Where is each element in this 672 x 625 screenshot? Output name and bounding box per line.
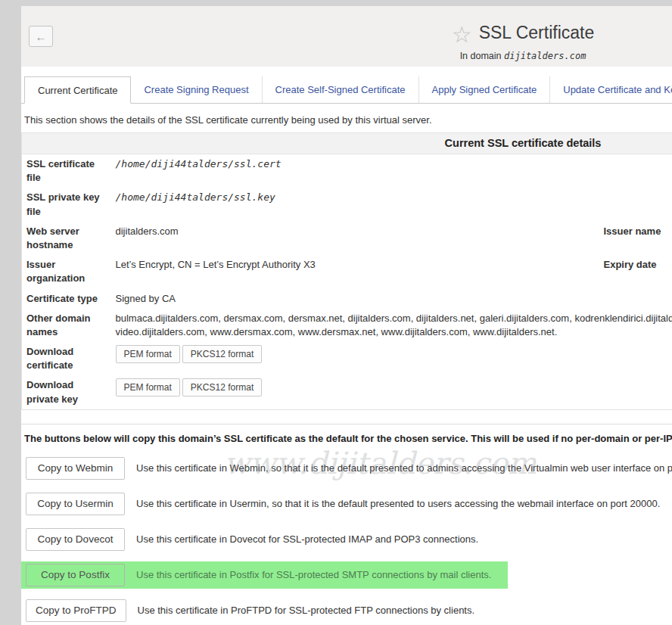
table-row: Issuer organization Let’s Encrypt, CN = … (22, 255, 672, 288)
tab-current-certificate[interactable]: Current Certificate (24, 76, 131, 104)
copy-service-list: www.dijitalders.com Copy to Webmin Use t… (21, 455, 672, 624)
service-row-proftpd: Copy to ProFTPD Use this certificate in … (21, 597, 672, 624)
row-label: Expiry date (599, 255, 672, 288)
usermin-description: Use this certificate in Usermin, so that… (136, 498, 660, 509)
row-label: Issuer name (599, 222, 672, 255)
copy-to-proftpd-button[interactable]: Copy to ProFTPD (26, 599, 126, 622)
ssl-key-file-value: /home/diji44talders/ssl.key (111, 188, 672, 221)
table-row: SSL private key file /home/diji44talders… (22, 188, 672, 221)
certificate-type-value: Signed by CA (111, 289, 672, 309)
download-cert-pem-button[interactable]: PEM format (116, 345, 180, 363)
table-row: Download private key PEM formatPKCS12 fo… (22, 375, 672, 409)
table-row: Web server hostname dijitalders.com Issu… (22, 222, 672, 255)
table-row: Certificate type Signed by CA (22, 289, 672, 309)
row-label: Other domain names (22, 309, 111, 342)
domain-name: dijitalders.com (504, 51, 586, 61)
star-icon: ☆ (452, 22, 472, 47)
download-key-pkcs12-button[interactable]: PKCS12 format (182, 378, 262, 396)
tab-update-certificate-and-key[interactable]: Update Certificate and Key (550, 76, 672, 103)
ssl-cert-file-value: /home/diji44talders/ssl.cert (111, 154, 672, 188)
copy-to-usermin-button[interactable]: Copy to Usermin (26, 493, 125, 515)
dovecot-description: Use this certificate in Dovecot for SSL-… (136, 533, 478, 545)
download-certificate-buttons: PEM formatPKCS12 format (111, 342, 672, 375)
row-label: Web server hostname (22, 222, 111, 255)
service-row-dovecot: Copy to Dovecot Use this certificate in … (21, 526, 672, 553)
back-button[interactable]: ← (29, 26, 53, 47)
section-description: This section shows the details of the SS… (24, 114, 672, 126)
service-row-postfix: Copy to Postfix Use this certificate in … (21, 561, 508, 589)
ssl-certificate-page: ← ☆SSL Certificate In domain dijitalders… (21, 6, 672, 625)
tab-apply-signed-certificate[interactable]: Apply Signed Certificate (419, 76, 551, 103)
webmin-description: Use this certificate in Webmin, so that … (136, 462, 672, 474)
table-row: Download certificate PEM formatPKCS12 fo… (22, 342, 672, 375)
proftpd-description: Use this certificate in ProFTPD for SSL-… (138, 605, 475, 616)
table-row: SSL certificate file /home/diji44talders… (22, 154, 672, 188)
tab-create-self-signed-certificate[interactable]: Create Self-Signed Certificate (263, 76, 419, 103)
issuer-org-value: Let’s Encrypt, CN = Let’s Encrypt Author… (111, 255, 599, 288)
back-arrow-icon: ← (36, 30, 47, 43)
domain-subtitle: In domain dijitalders.com (21, 51, 672, 61)
copy-to-dovecot-button[interactable]: Copy to Dovecot (26, 528, 125, 551)
row-label: Download certificate (22, 342, 111, 375)
postfix-description: Use this certificate in Postfix for SSL-… (136, 569, 491, 580)
service-row-webmin: Copy to Webmin Use this certificate in W… (21, 455, 672, 482)
page-header: ← ☆SSL Certificate In domain dijitalders… (21, 6, 672, 67)
section-divider (21, 424, 672, 424)
title-block: ☆SSL Certificate In domain dijitalders.c… (21, 6, 672, 61)
main-content: Current Certificate Create Signing Reque… (21, 67, 672, 625)
table-row: Other domain names bulmaca.dijitalders.c… (22, 309, 672, 342)
row-label: Certificate type (22, 289, 111, 309)
service-row-usermin: Copy to Usermin Use this certificate in … (21, 490, 672, 518)
row-label: Download private key (22, 375, 111, 409)
tab-create-signing-request[interactable]: Create Signing Request (131, 76, 262, 103)
row-label: SSL certificate file (22, 154, 111, 188)
subtitle-prefix: In domain (460, 51, 504, 61)
download-cert-pkcs12-button[interactable]: PKCS12 format (182, 345, 262, 363)
download-key-buttons: PEM formatPKCS12 format (111, 375, 672, 409)
download-key-pem-button[interactable]: PEM format (116, 378, 180, 396)
row-label: SSL private key file (22, 188, 111, 221)
copy-to-webmin-button[interactable]: Copy to Webmin (26, 457, 125, 480)
hostname-value: dijitalders.com (111, 222, 599, 255)
copy-section-note: The buttons below will copy this domain’… (24, 433, 672, 444)
row-label: Issuer organization (22, 255, 111, 288)
table-title: Current SSL certificate details (22, 133, 672, 154)
other-domain-names-value: bulmaca.dijitalders.com, dersmax.com, de… (111, 309, 672, 342)
tab-bar: Current Certificate Create Signing Reque… (21, 76, 672, 104)
page-title: SSL Certificate (479, 23, 595, 42)
copy-to-postfix-button[interactable]: Copy to Postfix (26, 564, 125, 586)
certificate-details-table: Current SSL certificate details SSL cert… (21, 132, 672, 410)
